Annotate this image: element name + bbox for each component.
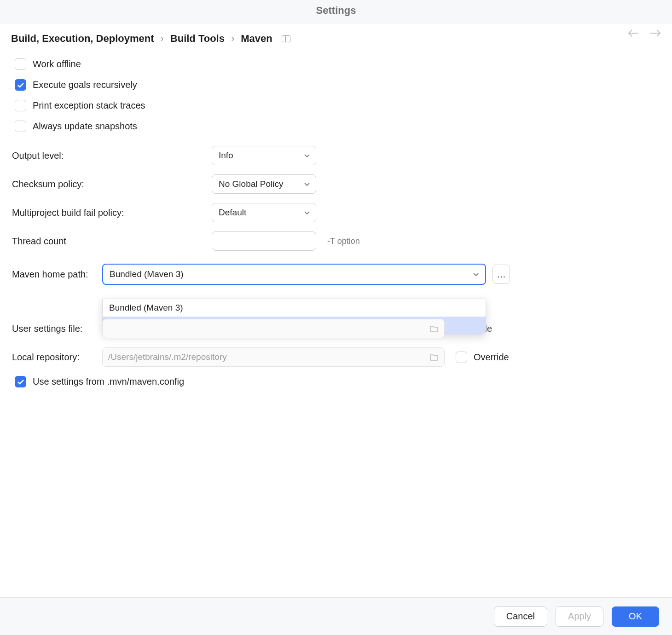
thread-count-hint: -T option: [327, 237, 360, 246]
apply-button[interactable]: Apply: [556, 606, 603, 627]
cancel-button[interactable]: Cancel: [494, 606, 547, 627]
local-repo-override-label: Override: [474, 352, 509, 363]
output-level-select[interactable]: Info: [212, 146, 316, 165]
always-update-checkbox[interactable]: [15, 121, 26, 132]
maven-home-trigger[interactable]: [466, 265, 485, 284]
breadcrumb-lvl3[interactable]: Maven: [241, 33, 272, 45]
output-level-label: Output level:: [11, 150, 212, 161]
print-stack-checkbox[interactable]: [15, 100, 26, 111]
use-mvn-config-checkbox[interactable]: [15, 376, 26, 387]
nav-forward-icon[interactable]: [650, 29, 661, 37]
user-settings-label: User settings file:: [11, 323, 102, 334]
local-repo-input[interactable]: /Users/jetbrains/.m2/repository: [102, 347, 445, 367]
chevron-right-icon: ›: [160, 33, 163, 45]
local-repo-label: Local repository:: [11, 352, 102, 363]
footer: Cancel Apply OK: [0, 597, 672, 635]
ok-button[interactable]: OK: [612, 606, 659, 627]
local-repo-override-checkbox[interactable]: [456, 352, 467, 363]
execute-recursively-label: Execute goals recursively: [33, 80, 137, 90]
local-repo-value: /Users/jetbrains/.m2/repository: [108, 352, 227, 362]
thread-count-input[interactable]: [212, 231, 316, 251]
layout-icon[interactable]: [282, 35, 290, 42]
checksum-policy-value: No Global Policy: [219, 179, 283, 189]
breadcrumb-lvl1[interactable]: Build, Execution, Deployment: [11, 33, 154, 45]
maven-home-browse-button[interactable]: …: [492, 265, 510, 284]
chevron-down-icon: [304, 182, 310, 186]
folder-icon: [429, 353, 439, 361]
breadcrumb: Build, Execution, Deployment › Build Too…: [11, 33, 661, 45]
checksum-policy-label: Checksum policy:: [11, 179, 212, 190]
settings-content: Build, Execution, Deployment › Build Too…: [0, 23, 672, 594]
fail-policy-value: Default: [219, 208, 246, 218]
maven-home-option-bundled[interactable]: Bundled (Maven 3): [103, 299, 486, 317]
fail-policy-select[interactable]: Default: [212, 203, 316, 222]
maven-home-combo[interactable]: Bundled (Maven 3): [102, 264, 486, 285]
work-offline-label: Work offline: [33, 59, 81, 69]
always-update-label: Always update snapshots: [33, 121, 137, 132]
chevron-down-icon: [304, 153, 310, 158]
nav-back-icon[interactable]: [628, 29, 639, 37]
breadcrumb-lvl2[interactable]: Build Tools: [170, 33, 225, 45]
maven-home-value: Bundled (Maven 3): [103, 269, 184, 279]
use-mvn-config-label: Use settings from .mvn/maven.config: [33, 376, 184, 387]
user-settings-input[interactable]: [102, 319, 445, 338]
output-level-value: Info: [219, 150, 233, 161]
maven-home-label: Maven home path:: [11, 269, 102, 280]
execute-recursively-checkbox[interactable]: [15, 79, 26, 91]
checksum-policy-select[interactable]: No Global Policy: [212, 174, 316, 194]
fail-policy-label: Multiproject build fail policy:: [11, 208, 212, 218]
settings-title: Settings: [0, 0, 672, 23]
print-stack-label: Print exception stack traces: [33, 100, 145, 111]
chevron-right-icon: ›: [231, 33, 234, 45]
thread-count-label: Thread count: [11, 236, 212, 247]
folder-icon: [429, 325, 439, 332]
chevron-down-icon: [304, 210, 310, 215]
work-offline-checkbox[interactable]: [15, 58, 26, 70]
